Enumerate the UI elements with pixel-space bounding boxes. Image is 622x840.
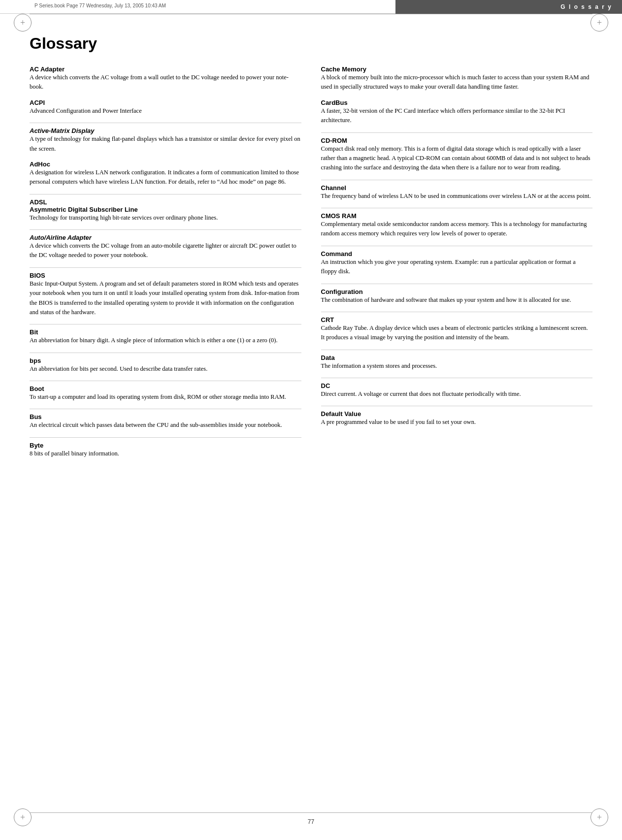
entry-divider bbox=[30, 409, 301, 409]
entry-term: CardBus bbox=[321, 99, 593, 106]
entry-divider bbox=[321, 284, 593, 284]
entry-divider bbox=[30, 381, 301, 381]
columns: AC AdapterA device which converts the AC… bbox=[30, 65, 592, 465]
header-bar: P Series.book Page 77 Wednesday, July 13… bbox=[0, 0, 622, 14]
entry-divider bbox=[321, 132, 593, 133]
corner-mark-tl bbox=[14, 14, 32, 32]
glossary-entry: CMOS RAMComplementary metal oxide semico… bbox=[321, 212, 593, 239]
entry-definition: Direct current. A voltage or current tha… bbox=[321, 389, 593, 399]
entry-term: Byte bbox=[30, 442, 301, 449]
entry-term: bps bbox=[30, 357, 301, 364]
glossary-entry: AC AdapterA device which converts the AC… bbox=[30, 65, 301, 92]
entry-divider bbox=[30, 437, 301, 438]
entry-term: Active-Matrix Display bbox=[30, 127, 301, 134]
entry-term: AC Adapter bbox=[30, 65, 301, 73]
entry-term: BIOS bbox=[30, 272, 301, 279]
entry-term: Bit bbox=[30, 328, 301, 336]
entry-divider bbox=[30, 324, 301, 324]
entry-divider bbox=[321, 406, 593, 406]
entry-term: Data bbox=[321, 354, 593, 361]
entry-divider bbox=[321, 378, 593, 378]
entry-divider bbox=[321, 180, 593, 180]
page-number: 77 bbox=[308, 818, 314, 825]
right-column: Cache MemoryA block of memory built into… bbox=[321, 65, 593, 465]
entry-term: CD-ROM bbox=[321, 137, 593, 144]
entry-term: Default Value bbox=[321, 410, 593, 418]
entry-definition: 8 bits of parallel binary information. bbox=[30, 449, 301, 458]
glossary-entry: Active-Matrix DisplayA type of technolog… bbox=[30, 127, 301, 154]
entry-definition: An electrical circuit which passes data … bbox=[30, 420, 301, 430]
entry-definition: Cathode Ray Tube. A display device which… bbox=[321, 323, 593, 343]
entry-subterm: Asymmetric Digital Subscriber Line bbox=[30, 206, 301, 213]
glossary-entry: ADSLAsymmetric Digital Subscriber LineTe… bbox=[30, 198, 301, 223]
entry-definition: An instruction which you give your opera… bbox=[321, 258, 593, 277]
entry-term: Cache Memory bbox=[321, 65, 593, 73]
entry-divider bbox=[321, 312, 593, 312]
entry-definition: The information a system stores and proc… bbox=[321, 361, 593, 371]
entry-divider bbox=[30, 229, 301, 230]
glossary-entry: Auto/Airline AdapterA device which conve… bbox=[30, 234, 301, 260]
glossary-entry: DataThe information a system stores and … bbox=[321, 354, 593, 371]
entry-term: Command bbox=[321, 250, 593, 258]
header-title-text: G l o s s a r y bbox=[560, 3, 612, 10]
entry-definition: Complementary metal oxide semiconductor … bbox=[321, 220, 593, 239]
left-column: AC AdapterA device which converts the AC… bbox=[30, 65, 301, 465]
page-title: Glossary bbox=[30, 34, 592, 53]
glossary-entry: ACPIAdvanced Configuration and Power Int… bbox=[30, 99, 301, 116]
entry-definition: The frequency band of wireless LAN to be… bbox=[321, 192, 593, 201]
glossary-entry: BitAn abbreviation for binary digit. A s… bbox=[30, 328, 301, 345]
glossary-entry: BIOSBasic Input-Output System. A program… bbox=[30, 272, 301, 318]
entry-term: Boot bbox=[30, 385, 301, 392]
glossary-entry: BootTo start-up a computer and load its … bbox=[30, 385, 301, 402]
entry-definition: An abbreviation for bits per second. Use… bbox=[30, 364, 301, 374]
main-content: Glossary AC AdapterA device which conver… bbox=[30, 30, 592, 810]
entry-definition: An abbreviation for binary digit. A sing… bbox=[30, 336, 301, 345]
entry-term: AdHoc bbox=[30, 161, 301, 168]
entry-term: Bus bbox=[30, 413, 301, 420]
entry-definition: Advanced Configuration and Power Interfa… bbox=[30, 106, 301, 116]
entry-divider bbox=[321, 350, 593, 350]
entry-divider bbox=[30, 353, 301, 353]
entry-definition: A faster, 32-bit version of the PC Card … bbox=[321, 106, 593, 126]
entry-term: ACPI bbox=[30, 99, 301, 106]
entry-divider bbox=[30, 267, 301, 268]
entry-definition: Technology for transporting high bit-rat… bbox=[30, 213, 301, 223]
footer: 77 bbox=[0, 818, 622, 825]
entry-definition: The combination of hardware and software… bbox=[321, 295, 593, 305]
glossary-entry: bpsAn abbreviation for bits per second. … bbox=[30, 357, 301, 374]
glossary-entry: ConfigurationThe combination of hardware… bbox=[321, 288, 593, 305]
entry-term: CMOS RAM bbox=[321, 212, 593, 220]
glossary-entry: ChannelThe frequency band of wireless LA… bbox=[321, 184, 593, 201]
top-rule bbox=[30, 14, 592, 14]
entry-definition: A type of technology for making flat-pan… bbox=[30, 134, 301, 154]
entry-divider bbox=[321, 208, 593, 208]
glossary-entry: Byte8 bits of parallel binary informatio… bbox=[30, 442, 301, 458]
entry-definition: Compact disk read only memory. This is a… bbox=[321, 144, 593, 173]
entry-definition: A pre programmed value to be used if you… bbox=[321, 418, 593, 427]
glossary-entry: AdHocA designation for wireless LAN netw… bbox=[30, 161, 301, 187]
entry-definition: A designation for wireless LAN network c… bbox=[30, 168, 301, 187]
entry-definition: A device which converts the AC voltage f… bbox=[30, 73, 301, 92]
entry-term: ADSL bbox=[30, 198, 301, 206]
glossary-entry: DCDirect current. A voltage or current t… bbox=[321, 382, 593, 399]
entry-definition: Basic Input-Output System. A program and… bbox=[30, 279, 301, 318]
glossary-entry: Cache MemoryA block of memory built into… bbox=[321, 65, 593, 92]
entry-term: CRT bbox=[321, 316, 593, 323]
entry-divider bbox=[321, 246, 593, 246]
entry-definition: A block of memory built into the micro-p… bbox=[321, 73, 593, 92]
glossary-entry: Default ValueA pre programmed value to b… bbox=[321, 410, 593, 427]
bottom-rule bbox=[30, 812, 592, 813]
entry-term: Configuration bbox=[321, 288, 593, 295]
glossary-entry: CardBusA faster, 32-bit version of the P… bbox=[321, 99, 593, 126]
corner-mark-tr bbox=[590, 14, 608, 32]
entry-divider bbox=[30, 194, 301, 194]
glossary-entry: CRTCathode Ray Tube. A display device wh… bbox=[321, 316, 593, 343]
entry-divider bbox=[30, 123, 301, 123]
entry-term: Auto/Airline Adapter bbox=[30, 234, 301, 241]
header-title-bar: G l o s s a r y bbox=[395, 0, 622, 14]
glossary-entry: CommandAn instruction which you give you… bbox=[321, 250, 593, 277]
entry-definition: To start-up a computer and load its oper… bbox=[30, 392, 301, 402]
entry-definition: A device which converts the DC voltage f… bbox=[30, 241, 301, 260]
glossary-entry: BusAn electrical circuit which passes da… bbox=[30, 413, 301, 430]
page: P Series.book Page 77 Wednesday, July 13… bbox=[0, 0, 622, 840]
